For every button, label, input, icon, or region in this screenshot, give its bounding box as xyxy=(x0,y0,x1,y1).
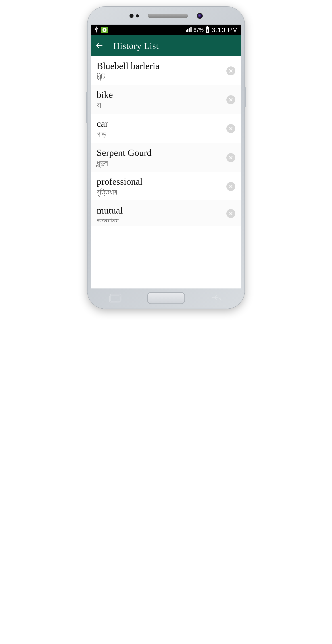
delete-button[interactable] xyxy=(226,124,235,133)
history-secondary: বা xyxy=(97,101,226,110)
top-sensors xyxy=(88,13,244,19)
list-item[interactable]: car গাড় xyxy=(91,114,241,143)
light-sensor-icon xyxy=(136,14,139,18)
power-button[interactable] xyxy=(244,87,246,107)
proximity-sensor-icon xyxy=(130,14,134,18)
signal-icon xyxy=(185,26,191,34)
volume-rocker[interactable] xyxy=(86,92,88,123)
back-button[interactable] xyxy=(95,41,103,50)
delete-button[interactable] xyxy=(226,182,235,191)
history-primary: Serpent Gourd xyxy=(97,148,226,158)
status-bar: 67% 3:10 PM xyxy=(91,24,241,35)
history-list[interactable]: Bluebell barleria ঝিন্ট bike বা xyxy=(91,56,241,288)
battery-charging-icon xyxy=(205,26,210,34)
screen: 67% 3:10 PM History List Bluebell barler… xyxy=(91,24,241,288)
recent-apps-button[interactable] xyxy=(109,293,122,304)
list-item[interactable]: professional বৃত্তিধাৰ xyxy=(91,172,241,201)
list-item[interactable]: bike বা xyxy=(91,85,241,114)
battery-percentage: 67% xyxy=(193,27,203,33)
history-primary: Bluebell barleria xyxy=(97,61,226,71)
app-bar: History List xyxy=(91,35,241,56)
list-item[interactable]: mutual অন্যোন্য xyxy=(91,201,241,226)
nav-back-button[interactable] xyxy=(210,293,223,304)
page-title: History List xyxy=(113,41,159,51)
phone-body: 67% 3:10 PM History List Bluebell barler… xyxy=(88,7,244,308)
history-primary: bike xyxy=(97,90,226,100)
history-primary: car xyxy=(97,118,226,129)
app-notification-icon xyxy=(101,26,108,33)
device-frame: 67% 3:10 PM History List Bluebell barler… xyxy=(83,0,249,320)
history-primary: professional xyxy=(97,176,226,187)
list-item[interactable]: Bluebell barleria ঝিন্ট xyxy=(91,56,241,85)
delete-button[interactable] xyxy=(226,95,235,104)
history-primary: mutual xyxy=(97,205,226,216)
delete-button[interactable] xyxy=(226,153,235,162)
history-secondary: অন্যোন্য xyxy=(97,216,226,222)
history-secondary: ধুন্দুল xyxy=(97,159,226,168)
history-secondary: বৃত্তিধাৰ xyxy=(97,188,226,196)
usb-icon xyxy=(94,26,99,34)
earpiece-speaker-icon xyxy=(148,14,188,18)
home-button[interactable] xyxy=(147,292,185,304)
status-time: 3:10 PM xyxy=(211,26,238,34)
front-camera-icon xyxy=(197,13,203,19)
history-secondary: গাড় xyxy=(97,130,226,139)
delete-button[interactable] xyxy=(226,209,235,218)
history-secondary: ঝিন্ট xyxy=(97,72,226,81)
svg-rect-0 xyxy=(110,294,121,301)
delete-button[interactable] xyxy=(226,66,235,75)
list-item[interactable]: Serpent Gourd ধুন্দুল xyxy=(91,143,241,172)
nav-buttons xyxy=(88,292,244,304)
